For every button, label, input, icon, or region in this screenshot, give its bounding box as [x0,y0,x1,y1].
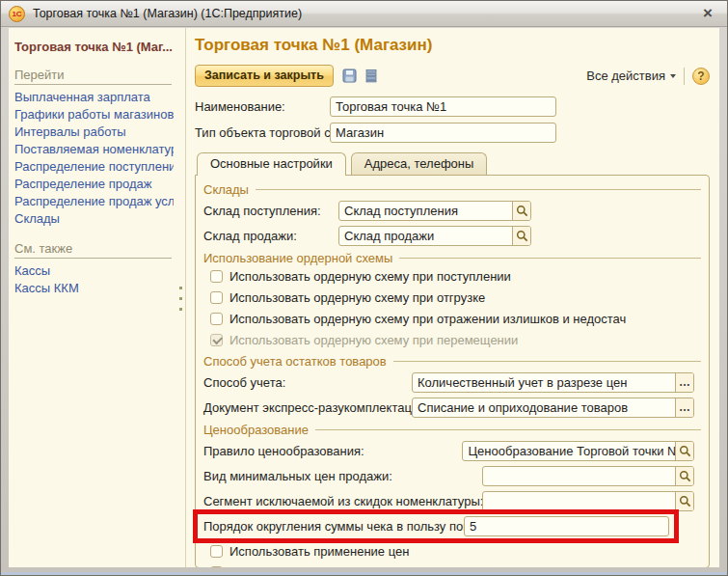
1c-logo-icon: 1С [9,6,25,22]
magnifier-icon[interactable] [512,202,530,220]
save-and-close-button[interactable]: Записать и закрыть [195,65,334,87]
app-body: Торговая точка №1 (Маг... Перейти Выплач… [9,28,719,567]
use-cash-transfer-row: Использовать передачу ДС в центральный о… [203,565,701,567]
checkbox-order-receipt[interactable] [210,270,223,283]
sidebar-item-store-schedules[interactable]: Графики работы магазинов [14,106,174,123]
checkbox-order-surplus[interactable] [210,313,223,325]
save-icon[interactable] [342,69,357,83]
sidebar-item-service-sales-distribution[interactable]: Распределение продаж услуг [14,193,174,210]
sidebar-splitter[interactable] [177,28,186,567]
group-pricing-title: Ценообразование [203,423,309,437]
tab-main-settings[interactable]: Основные настройки [197,152,346,176]
chevron-down-icon [670,74,676,78]
sidebar-item-paid-salary[interactable]: Выплаченная зарплата [14,89,174,106]
object-type-input[interactable]: Магазин [330,123,556,143]
show-in-list-icon[interactable] [365,69,377,83]
sidebar-caption: Торговая точка №1 (Маг... [14,40,174,54]
receipt-warehouse-label: Склад поступления: [203,204,338,218]
title-bar: 1С Торговая точка №1 (Магазин) (1С:Предп… [1,1,727,27]
group-order-scheme: Использование ордерной схемы [203,251,701,264]
all-actions-label: Все действия [586,69,665,83]
accounting-method-input[interactable]: Количественный учет в разрезе цен … [412,372,694,393]
name-field-row: Наименование: Торговая точка №1 [195,96,710,117]
discount-excluded-segment-row: Сегмент исключаемой из скидок номенклату… [203,491,701,510]
group-order-scheme-title: Использование ордерной схемы [203,251,392,265]
ellipsis-button-icon[interactable]: … [675,373,693,392]
ellipsis-button-icon[interactable]: … [675,398,693,417]
express-disassembly-row: Документ экспресс-разукомплектации: Спис… [203,398,701,417]
check-rounding-row: Порядок округления суммы чека в пользу п… [203,516,701,536]
checkbox-use-price-application[interactable] [210,545,223,558]
sales-warehouse-row: Склад продажи: Склад продажи [203,226,701,245]
sales-warehouse-value: Склад продажи [339,229,512,243]
magnifier-icon[interactable] [675,467,693,485]
accounting-method-label: Способ учета: [203,375,412,390]
sidebar-section-see-also: См. также [14,241,172,259]
order-scheme-receipt-row: Использовать ордерную схему при поступле… [203,269,701,283]
sidebar-item-cash-desks-kkm[interactable]: Кассы ККМ [14,280,174,297]
group-warehouses-title: Склады [203,182,249,197]
receipt-warehouse-row: Склад поступления: Склад поступления [203,201,701,220]
object-type-label: Тип объекта торговой сети: [195,125,330,140]
checkbox-order-receipt-label: Использовать ордерную схему при поступле… [229,269,511,284]
min-prices-label: Вид минимальных цен продажи: [203,469,482,483]
min-prices-row: Вид минимальных цен продажи: [203,466,701,485]
sidebar-item-cash-desks[interactable]: Кассы [14,262,174,280]
help-button[interactable]: ? [692,68,710,85]
sidebar: Торговая точка №1 (Маг... Перейти Выплач… [9,28,177,567]
pricing-rule-row: Правило ценообразования: Ценообразование… [203,441,701,460]
magnifier-icon[interactable] [675,442,693,460]
check-rounding-value: 5 [465,519,668,534]
app-window: 1С Торговая точка №1 (Магазин) (1С:Предп… [0,0,728,576]
checkbox-order-transfer-label: Использовать ордерную схему при перемеще… [229,333,518,347]
page-title: Торговая точка №1 (Магазин) [195,36,710,55]
checkbox-use-cash-transfer-label: Использовать передачу ДС в центральный о… [229,565,514,568]
discount-excluded-segment-input[interactable] [482,491,694,511]
all-actions-menu-button[interactable]: Все действия [586,69,676,83]
name-input[interactable]: Торговая точка №1 [330,96,556,117]
order-scheme-transfer-row: Использовать ордерную схему при перемеще… [203,333,701,346]
use-price-application-row: Использовать применение цен [203,544,701,558]
tab-strip: Основные настройки Адреса, телефоны [195,152,710,175]
check-rounding-label: Порядок округления суммы чека в пользу п… [203,519,464,534]
sidebar-item-receipt-distribution[interactable]: Распределение поступлений [14,158,174,176]
tab-page-main-settings: Склады Склад поступления: Склад поступле… [195,175,710,567]
name-value: Торговая точка №1 [331,99,555,114]
min-prices-input[interactable] [482,466,694,486]
magnifier-icon[interactable] [675,492,693,510]
sidebar-item-work-intervals[interactable]: Интервалы работы [14,123,174,141]
checkbox-use-price-application-label: Использовать применение цен [229,544,409,559]
object-type-value: Магазин [331,125,555,140]
window-title: Торговая точка №1 (Магазин) (1С:Предприя… [33,7,696,20]
sidebar-nav-see-also: Кассы Кассы ККМ [14,262,174,297]
checkbox-order-transfer [210,334,223,346]
sidebar-nav-goto: Выплаченная зарплата Графики работы мага… [14,89,174,228]
min-prices-value [483,476,675,477]
toolbar: Записать и закрыть [195,64,710,88]
pricing-rule-value: Ценообразование Торговой точки №1 [463,444,675,458]
sidebar-item-sales-distribution[interactable]: Распределение продаж [14,176,174,193]
close-window-button[interactable]: × [696,4,719,23]
sidebar-item-supplied-nomenclature[interactable]: Поставляемая номенклатура [14,141,174,158]
main-form: Торговая точка №1 (Магазин) Записать и з… [186,28,719,567]
accounting-method-value: Количественный учет в разрезе цен [413,375,675,390]
checkbox-order-surplus-label: Использовать ордерную схему при отражени… [229,312,626,326]
tab-addresses-phones[interactable]: Адреса, телефоны [351,152,488,175]
name-label: Наименование: [195,99,330,114]
sales-warehouse-label: Склад продажи: [203,229,338,243]
discount-excluded-segment-label: Сегмент исключаемой из скидок номенклату… [203,494,482,508]
check-rounding-input[interactable]: 5 [464,516,669,536]
express-disassembly-input[interactable]: Списание и оприходование товаров … [412,398,694,418]
sales-warehouse-input[interactable]: Склад продажи [338,226,531,246]
group-pricing: Ценообразование [203,423,701,436]
group-accounting-title: Способ учета остатков товаров [203,354,387,369]
sidebar-item-warehouses[interactable]: Склады [14,210,174,228]
magnifier-icon[interactable] [512,227,530,245]
object-type-field-row: Тип объекта торговой сети: Магазин [195,123,710,143]
accounting-method-row: Способ учета: Количественный учет в разр… [203,372,701,392]
discount-excluded-segment-value [483,501,675,502]
checkbox-use-cash-transfer[interactable] [210,566,223,568]
checkbox-order-shipment[interactable] [210,291,223,304]
receipt-warehouse-input[interactable]: Склад поступления [338,201,531,221]
pricing-rule-input[interactable]: Ценообразование Торговой точки №1 [462,441,694,461]
